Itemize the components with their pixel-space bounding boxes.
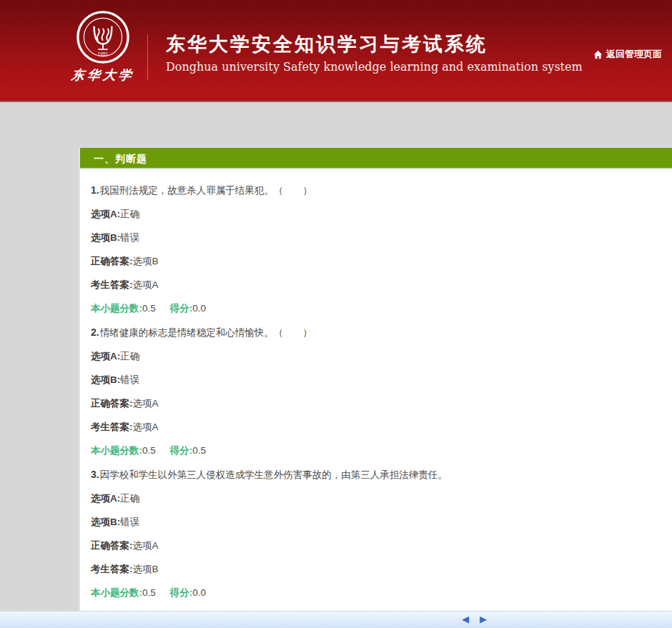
option-b-value: 错误 xyxy=(120,232,139,243)
app-title: 东华大学安全知识学习与考试系统 xyxy=(166,31,583,57)
header-divider xyxy=(147,34,148,80)
app-subtitle: Donghua university Safety knowledge lear… xyxy=(166,60,583,74)
student-answer-line: 考生答案:选项A xyxy=(91,280,658,290)
questions-list: 1.我国刑法规定，故意杀人罪属于结果犯。（ ） 选项A:正确 选项B:错误 正确… xyxy=(80,169,672,598)
points-value: 0.5 xyxy=(142,445,156,456)
question-text: 因学校和学生以外第三人侵权造成学生意外伤害事故的，由第三人承担法律责任。 xyxy=(100,469,448,480)
option-a-value: 正确 xyxy=(120,493,139,504)
correct-answer-label: 正确答案: xyxy=(91,540,133,551)
score-value: 0.0 xyxy=(192,587,206,598)
points-label: 本小题分数: xyxy=(91,303,142,314)
header-titles: 东华大学安全知识学习与考试系统 Donghua university Safet… xyxy=(166,31,583,74)
question-number: 2. xyxy=(91,327,99,338)
option-b-line: 选项B:错误 xyxy=(91,517,658,527)
score-line: 本小题分数:0.5得分:0.5 xyxy=(91,446,658,456)
points-label: 本小题分数: xyxy=(91,587,142,598)
section-title: 一、判断题 xyxy=(94,153,147,164)
option-b-value: 错误 xyxy=(120,374,139,385)
score-label: 得分: xyxy=(170,303,193,314)
question-text: 情绪健康的标志是情绪稳定和心情愉快。（ ） xyxy=(100,327,312,338)
student-answer-line: 考生答案:选项B xyxy=(91,564,658,574)
student-answer-value: 选项A xyxy=(133,422,159,432)
option-b-label: 选项B: xyxy=(91,374,120,385)
points-label: 本小题分数: xyxy=(91,445,142,456)
correct-answer-value: 选项B xyxy=(133,256,159,266)
score-value: 0.5 xyxy=(192,445,206,456)
correct-answer-line: 正确答案:选项B xyxy=(91,256,658,266)
option-b-line: 选项B:错误 xyxy=(91,233,658,243)
option-b-value: 错误 xyxy=(120,517,139,527)
option-a-label: 选项A: xyxy=(91,351,120,362)
correct-answer-line: 正确答案:选项A xyxy=(91,399,658,409)
question-item: 1.我国刑法规定，故意杀人罪属于结果犯。（ ） 选项A:正确 选项B:错误 正确… xyxy=(91,185,658,314)
points-value: 0.5 xyxy=(142,587,156,598)
score-label: 得分: xyxy=(170,587,193,598)
question-text-line: 3.因学校和学生以外第三人侵权造成学生意外伤害事故的，由第三人承担法律责任。 xyxy=(91,469,658,480)
correct-answer-label: 正确答案: xyxy=(91,398,133,409)
score-line: 本小题分数:0.5得分:0.0 xyxy=(91,588,658,598)
question-number: 1. xyxy=(91,184,99,196)
correct-answer-line: 正确答案:选项A xyxy=(91,541,658,551)
question-item: 2.情绪健康的标志是情绪稳定和心情愉快。（ ） 选项A:正确 选项B:错误 正确… xyxy=(91,327,658,456)
question-text-line: 1.我国刑法规定，故意杀人罪属于结果犯。（ ） xyxy=(91,185,658,196)
seal-year: 1951 xyxy=(98,51,109,56)
university-seal-logo: 1951 东华大学 xyxy=(61,10,144,84)
option-a-label: 选项A: xyxy=(91,209,120,219)
option-a-line: 选项A:正确 xyxy=(91,352,658,362)
option-a-line: 选项A:正确 xyxy=(91,494,658,504)
score-label: 得分: xyxy=(170,445,193,456)
question-item: 3.因学校和学生以外第三人侵权造成学生意外伤害事故的，由第三人承担法律责任。 选… xyxy=(91,469,658,598)
student-answer-label: 考生答案: xyxy=(91,422,133,432)
home-icon xyxy=(593,50,603,59)
question-text: 我国刑法规定，故意杀人罪属于结果犯。（ ） xyxy=(100,185,312,196)
logo-caption: 东华大学 xyxy=(61,66,146,84)
correct-answer-value: 选项A xyxy=(133,398,159,409)
back-link-label: 返回管理页面 xyxy=(606,48,662,61)
option-a-line: 选项A:正确 xyxy=(91,209,658,219)
seal-icon: 1951 xyxy=(76,10,130,64)
section-header: 一、判断题 xyxy=(80,148,672,169)
prev-page-icon[interactable]: ◀ xyxy=(462,614,469,625)
score-line: 本小题分数:0.5得分:0.0 xyxy=(91,304,658,314)
question-text-line: 2.情绪健康的标志是情绪稳定和心情愉快。（ ） xyxy=(91,327,658,338)
correct-answer-value: 选项A xyxy=(133,540,159,551)
option-a-label: 选项A: xyxy=(91,493,120,504)
option-b-label: 选项B: xyxy=(91,232,120,243)
student-answer-value: 选项A xyxy=(133,279,159,290)
back-to-admin-link[interactable]: 返回管理页面 xyxy=(593,48,662,61)
question-number: 3. xyxy=(91,469,99,480)
app-header: 1951 东华大学 东华大学安全知识学习与考试系统 Donghua univer… xyxy=(0,0,672,102)
option-a-value: 正确 xyxy=(120,209,139,219)
student-answer-label: 考生答案: xyxy=(91,279,133,290)
student-answer-label: 考生答案: xyxy=(91,564,133,574)
option-b-line: 选项B:错误 xyxy=(91,375,658,385)
exam-results-panel: 一、判断题 1.我国刑法规定，故意杀人罪属于结果犯。（ ） 选项A:正确 选项B… xyxy=(79,148,672,611)
option-b-label: 选项B: xyxy=(91,517,120,527)
student-answer-value: 选项B xyxy=(133,564,159,574)
score-value: 0.0 xyxy=(192,303,206,314)
option-a-value: 正确 xyxy=(120,351,139,362)
pagination-bar: ◀ ▶ xyxy=(0,611,672,628)
student-answer-line: 考生答案:选项A xyxy=(91,422,658,432)
correct-answer-label: 正确答案: xyxy=(91,256,133,266)
next-page-icon[interactable]: ▶ xyxy=(480,614,487,625)
points-value: 0.5 xyxy=(142,303,156,314)
